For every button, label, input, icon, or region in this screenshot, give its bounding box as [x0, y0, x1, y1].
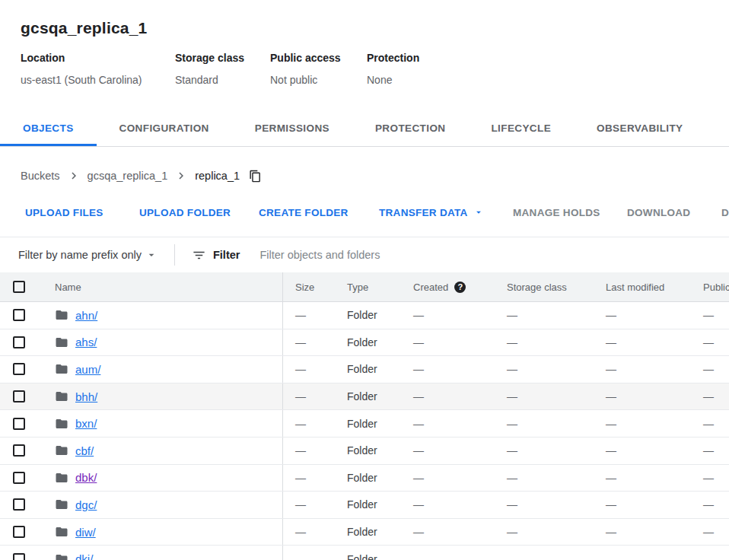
- tab-permissions[interactable]: PERMISSIONS: [232, 110, 352, 146]
- dropdown-caret-icon: [473, 207, 484, 218]
- download-button[interactable]: DOWNLOAD: [618, 199, 699, 226]
- tab-observability[interactable]: OBSERVABILITY: [574, 110, 705, 146]
- folder-icon: [55, 471, 68, 485]
- meta-label: Public access: [270, 52, 367, 64]
- table-header-row: Name Size Type Created ? Storage class L…: [0, 272, 729, 302]
- tab-lifecycle[interactable]: LIFECYCLE: [468, 110, 574, 146]
- row-type: Folder: [335, 302, 401, 329]
- row-checkbox-cell: [0, 519, 43, 546]
- filter-bar: Filter by name prefix only Filter: [0, 237, 729, 272]
- help-icon[interactable]: ?: [454, 282, 466, 293]
- row-last-modified: —: [594, 329, 691, 356]
- row-created: —: [401, 438, 495, 464]
- row-checkbox[interactable]: [13, 390, 25, 402]
- row-last-modified: —: [594, 465, 691, 492]
- folder-link[interactable]: ahs/: [75, 336, 97, 348]
- upload-files-button[interactable]: UPLOAD FILES: [16, 199, 113, 226]
- table-row: aum/ — Folder — — — —: [0, 356, 729, 383]
- row-created: —: [401, 519, 495, 546]
- row-public-access: —: [691, 546, 729, 560]
- row-created: —: [401, 465, 495, 492]
- folder-link[interactable]: dki/: [75, 552, 93, 560]
- header-checkbox-cell: [0, 272, 43, 301]
- header-size: Size: [283, 272, 335, 301]
- row-created: —: [401, 410, 495, 437]
- folder-link[interactable]: diw/: [75, 526, 96, 539]
- table-row: cbf/ — Folder — — — —: [0, 438, 729, 465]
- folder-link[interactable]: bhh/: [75, 390, 97, 403]
- row-size: —: [283, 329, 335, 356]
- breadcrumb-bucket-name[interactable]: gcsqa_replica_1: [88, 170, 168, 182]
- header-last-modified: Last modified: [594, 272, 691, 301]
- row-last-modified: —: [594, 438, 691, 464]
- row-last-modified: —: [594, 519, 691, 546]
- row-checkbox[interactable]: [13, 444, 25, 457]
- row-name-cell: bxn/: [43, 410, 283, 437]
- row-public-access: —: [691, 465, 729, 492]
- select-all-checkbox[interactable]: [13, 281, 25, 293]
- tab-objects[interactable]: OBJECTS: [0, 110, 97, 146]
- row-checkbox[interactable]: [13, 418, 25, 430]
- breadcrumb: Buckets gcsqa_replica_1 replica_1: [0, 158, 729, 194]
- row-name-cell: dbk/: [43, 465, 283, 492]
- row-storage-class: —: [495, 329, 594, 356]
- upload-folder-button[interactable]: UPLOAD FOLDER: [130, 199, 240, 226]
- row-type: Folder: [335, 356, 401, 383]
- row-name-cell: aum/: [43, 356, 283, 383]
- transfer-data-button[interactable]: TRANSFER DATA: [370, 199, 493, 226]
- row-type: Folder: [335, 465, 401, 492]
- row-checkbox[interactable]: [13, 336, 25, 348]
- row-last-modified: —: [594, 383, 691, 410]
- row-last-modified: —: [594, 492, 691, 518]
- row-storage-class: —: [495, 410, 594, 437]
- tab-configuration[interactable]: CONFIGURATION: [97, 110, 232, 146]
- folder-link[interactable]: bxn/: [75, 417, 97, 430]
- row-type: Folder: [335, 519, 401, 546]
- filter-objects-input[interactable]: [258, 248, 729, 262]
- folder-icon: [55, 417, 68, 431]
- row-created: —: [401, 383, 495, 410]
- breadcrumb-buckets[interactable]: Buckets: [21, 170, 60, 182]
- row-storage-class: —: [495, 519, 594, 546]
- chevron-right-icon: [174, 169, 188, 183]
- table-body: ahn/ — Folder — — — — ahs/ — Folder — — …: [0, 302, 729, 560]
- row-last-modified: —: [594, 302, 691, 329]
- row-checkbox[interactable]: [13, 472, 25, 484]
- folder-link[interactable]: dbk/: [75, 471, 97, 484]
- content-copy-icon[interactable]: [249, 170, 262, 183]
- tab-protection[interactable]: PROTECTION: [352, 110, 469, 146]
- row-checkbox[interactable]: [13, 553, 25, 560]
- delete-button[interactable]: DELETE: [712, 199, 729, 226]
- folder-icon: [55, 552, 68, 560]
- folder-link[interactable]: ahn/: [75, 309, 97, 322]
- manage-holds-button[interactable]: MANAGE HOLDS: [504, 199, 610, 226]
- create-folder-button[interactable]: CREATE FOLDER: [250, 199, 358, 226]
- row-public-access: —: [691, 302, 729, 329]
- folder-link[interactable]: aum/: [75, 363, 100, 376]
- meta-value: us-east1 (South Carolina): [21, 74, 175, 87]
- table-row: bhh/ — Folder — — — —: [0, 383, 729, 411]
- folder-link[interactable]: cbf/: [75, 444, 94, 457]
- row-last-modified: —: [594, 546, 691, 560]
- row-checkbox[interactable]: [13, 363, 25, 375]
- folder-icon: [55, 336, 68, 349]
- bucket-details-page: gcsqa_replica_1 Location us-east1 (South…: [0, 0, 729, 560]
- row-checkbox[interactable]: [13, 526, 25, 538]
- row-name-cell: ahs/: [43, 329, 283, 356]
- meta-label: Location: [21, 52, 175, 64]
- meta-label: Protection: [367, 52, 419, 64]
- row-storage-class: —: [495, 546, 594, 560]
- folder-link[interactable]: dgc/: [75, 498, 97, 511]
- row-size: —: [283, 302, 335, 329]
- folder-icon: [55, 308, 68, 322]
- row-checkbox[interactable]: [13, 498, 25, 511]
- row-public-access: —: [691, 492, 729, 518]
- filter-scope-dropdown[interactable]: Filter by name prefix only: [18, 249, 158, 261]
- folder-icon: [55, 525, 68, 539]
- row-public-access: —: [691, 383, 729, 410]
- row-checkbox[interactable]: [13, 309, 25, 321]
- row-size: —: [283, 546, 335, 560]
- tab-bar: OBJECTS CONFIGURATION PERMISSIONS PROTEC…: [0, 110, 729, 147]
- row-public-access: —: [691, 519, 729, 546]
- row-public-access: —: [691, 410, 729, 437]
